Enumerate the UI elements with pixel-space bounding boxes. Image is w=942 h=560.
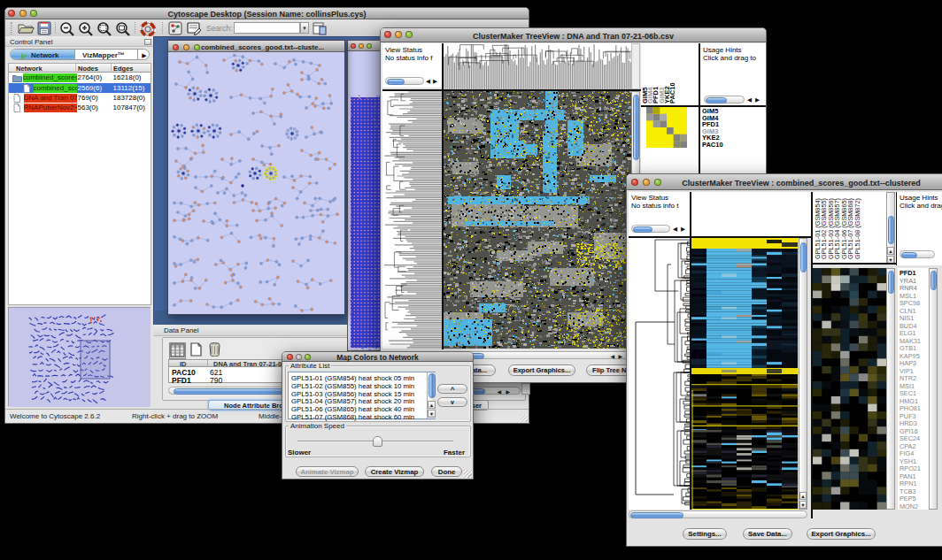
svg-text:PAC10: PAC10: [668, 82, 676, 104]
svg-text:GPL51-08 (GSM872): GPL51-08 (GSM872): [853, 198, 861, 259]
